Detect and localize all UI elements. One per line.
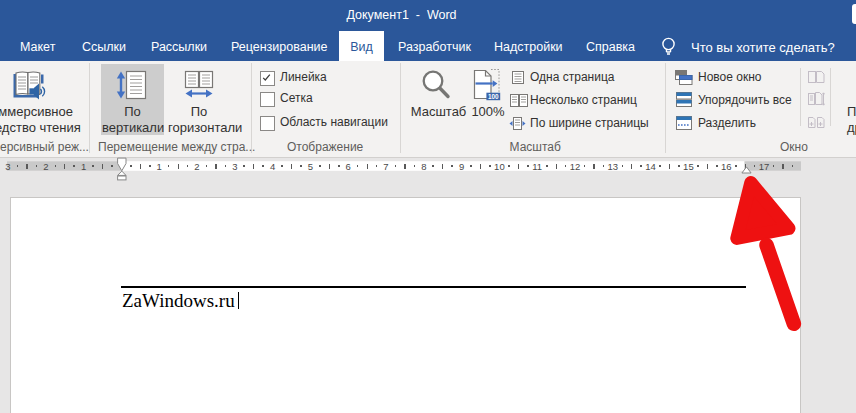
svg-text:15: 15: [683, 161, 694, 172]
svg-text:9: 9: [459, 161, 464, 172]
svg-text:100: 100: [488, 93, 499, 100]
svg-text:3: 3: [232, 161, 237, 172]
svg-text:4: 4: [270, 161, 275, 172]
svg-text:10: 10: [494, 161, 505, 172]
svg-text:12: 12: [570, 161, 581, 172]
svg-text:13: 13: [608, 161, 619, 172]
svg-text:1: 1: [157, 161, 162, 172]
svg-text:11: 11: [532, 161, 542, 172]
svg-text:2: 2: [194, 161, 199, 172]
svg-text:3: 3: [5, 161, 10, 172]
svg-text:7: 7: [383, 161, 388, 172]
svg-text:2: 2: [43, 161, 48, 172]
svg-text:6: 6: [346, 161, 351, 172]
svg-text:8: 8: [421, 161, 426, 172]
svg-text:5: 5: [308, 161, 313, 172]
svg-text:14: 14: [645, 161, 656, 172]
svg-text:1: 1: [81, 161, 86, 172]
